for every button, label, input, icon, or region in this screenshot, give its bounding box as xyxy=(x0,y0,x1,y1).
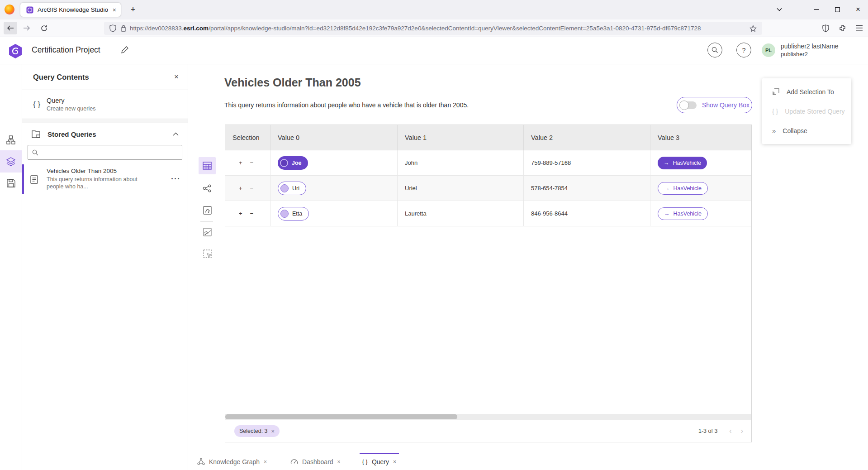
browser-tab[interactable]: ArcGIS Knowledge Studio × xyxy=(20,3,121,17)
firefox-icon[interactable] xyxy=(5,5,14,14)
knowledge-graph-icon xyxy=(197,458,205,465)
map-view-button[interactable] xyxy=(199,201,216,219)
new-tab-button[interactable]: + xyxy=(127,4,139,15)
stored-query-item[interactable]: Vehicles Older Than 2005 This query retu… xyxy=(22,164,188,194)
tab-close-icon[interactable]: × xyxy=(337,459,341,465)
entity-pill[interactable]: Etta xyxy=(278,207,309,221)
clear-selection-icon[interactable]: × xyxy=(271,428,275,435)
menu-hamburger-icon[interactable] xyxy=(852,22,866,34)
tab-close-icon[interactable]: × xyxy=(393,459,396,465)
entity-pill[interactable]: Uri xyxy=(278,182,306,195)
list-tabs-chevron-icon[interactable] xyxy=(773,4,786,15)
lock-icon[interactable] xyxy=(121,25,126,32)
scrollbar-thumb[interactable] xyxy=(225,414,457,419)
toggle-knob[interactable] xyxy=(679,101,689,110)
panel-header: Query Contents × xyxy=(22,64,188,90)
entity-circle-icon xyxy=(280,210,289,218)
column-header[interactable]: Selection xyxy=(225,125,270,150)
more-options-icon[interactable]: ··· xyxy=(171,174,180,184)
link-chart-view-button[interactable] xyxy=(199,180,216,197)
previous-page-icon[interactable]: ‹ xyxy=(729,427,731,435)
window-minimize-button[interactable] xyxy=(810,4,823,15)
stored-queries-header[interactable]: Stored Queries xyxy=(22,125,188,143)
user-name[interactable]: publisher2 lastName publisher2 xyxy=(781,42,839,58)
horizontal-scrollbar[interactable] xyxy=(225,414,751,420)
save-floppy-icon xyxy=(7,179,15,187)
window-maximize-button[interactable] xyxy=(830,4,844,15)
reload-icon[interactable] xyxy=(37,22,51,34)
zoom-in-icon[interactable]: + xyxy=(239,185,242,192)
selected-count-chip[interactable]: Selected: 3 × xyxy=(234,425,280,437)
relationship-pill[interactable]: →HasVehicle xyxy=(658,182,708,195)
menu-item-collapse[interactable]: » Collapse xyxy=(762,121,851,140)
toggle-switch[interactable] xyxy=(681,101,697,109)
tab-close-icon[interactable]: × xyxy=(264,459,267,465)
search-button[interactable] xyxy=(707,43,722,58)
column-header[interactable]: Value 3 xyxy=(650,125,752,150)
menu-item-update-stored-query[interactable]: { } Update Stored Query xyxy=(762,101,851,121)
table-view-button[interactable] xyxy=(199,157,216,174)
save-nav-button[interactable] xyxy=(0,172,22,194)
search-icon xyxy=(711,47,718,53)
browser-shield-icon[interactable] xyxy=(819,22,832,34)
avatar[interactable]: PL xyxy=(762,43,775,57)
selection-context-menu: Add Selection To { } Update Stored Query… xyxy=(762,78,851,144)
bookmark-star-icon[interactable] xyxy=(749,25,757,32)
extensions-icon[interactable] xyxy=(836,22,849,34)
column-header[interactable]: Value 0 xyxy=(270,125,398,150)
query-contents-panel: Query Contents × { } Query Create new qu… xyxy=(22,64,188,470)
app-logo-icon xyxy=(8,43,23,59)
next-page-icon[interactable]: › xyxy=(741,427,743,435)
stored-queries-search-input[interactable] xyxy=(28,145,182,160)
zoom-in-icon[interactable]: + xyxy=(239,159,242,166)
url-bar[interactable]: https://dev0028833.esri.com/portal/apps/… xyxy=(104,22,762,35)
back-button[interactable] xyxy=(4,22,17,34)
braces-icon: { } xyxy=(33,100,47,109)
help-button[interactable]: ? xyxy=(736,43,751,58)
zoom-out-icon[interactable]: − xyxy=(250,185,254,192)
chevron-up-icon[interactable] xyxy=(173,132,179,136)
tab-knowledge-graph[interactable]: Knowledge Graph × xyxy=(194,453,270,470)
url-text[interactable]: https://dev0028833.esri.com/portal/apps/… xyxy=(130,25,749,32)
new-query-item[interactable]: { } Query Create new queries xyxy=(22,90,188,119)
table-row[interactable]: + − Etta Lauretta 846-956-8644 →HasVehic… xyxy=(225,201,751,226)
tracking-shield-icon[interactable] xyxy=(109,24,116,32)
dashboard-gauge-icon xyxy=(290,458,298,465)
stored-queries-title: Stored Queries xyxy=(47,130,173,138)
relationship-pill[interactable]: →HasVehicle xyxy=(658,157,707,169)
tab-query[interactable]: { } Query × xyxy=(360,453,399,470)
show-query-box-toggle[interactable]: Show Query Box xyxy=(677,97,752,113)
tab-dashboard[interactable]: Dashboard × xyxy=(288,453,343,470)
zoom-in-icon[interactable]: + xyxy=(239,210,242,217)
panel-close-icon[interactable]: × xyxy=(174,72,179,82)
zoom-out-icon[interactable]: − xyxy=(250,159,254,166)
query-item-subtitle: Create new queries xyxy=(47,106,95,112)
cell-value[interactable]: Uriel xyxy=(398,176,524,201)
column-header[interactable]: Value 2 xyxy=(524,125,650,150)
selection-tools-button[interactable] xyxy=(199,245,216,262)
table-row[interactable]: + − Uri Uriel 578-654-7854 →HasVehicle xyxy=(225,176,751,201)
column-header[interactable]: Value 1 xyxy=(398,125,524,150)
table-row[interactable]: + − Joe John 759-889-57168 →HasVehicle xyxy=(225,150,751,176)
entity-pill[interactable]: Joe xyxy=(278,156,308,170)
cell-value[interactable]: Lauretta xyxy=(398,201,524,226)
contents-nav-button[interactable] xyxy=(0,150,22,173)
add-to-map-button[interactable] xyxy=(199,223,216,240)
braces-icon: { } xyxy=(772,108,778,115)
relationship-pill[interactable]: →HasVehicle xyxy=(658,207,708,220)
cell-value[interactable]: 578-654-7854 xyxy=(524,176,650,201)
view-toolbar-divider xyxy=(200,221,213,222)
cell-value[interactable]: 759-889-57168 xyxy=(524,150,650,175)
project-title: Certification Project xyxy=(32,45,100,55)
tab-close-icon[interactable]: × xyxy=(113,7,116,13)
cell-value[interactable]: John xyxy=(398,150,524,175)
zoom-out-icon[interactable]: − xyxy=(250,210,254,217)
window-close-button[interactable]: × xyxy=(851,4,865,15)
edit-pencil-icon[interactable] xyxy=(121,46,129,54)
menu-item-add-selection-to[interactable]: Add Selection To xyxy=(762,82,851,101)
cell-value[interactable]: 846-956-8644 xyxy=(524,201,650,226)
tab-title: ArcGIS Knowledge Studio xyxy=(38,6,113,13)
forward-button[interactable] xyxy=(20,22,33,34)
data-model-nav-button[interactable] xyxy=(0,129,22,151)
left-rail: » xyxy=(0,64,22,470)
